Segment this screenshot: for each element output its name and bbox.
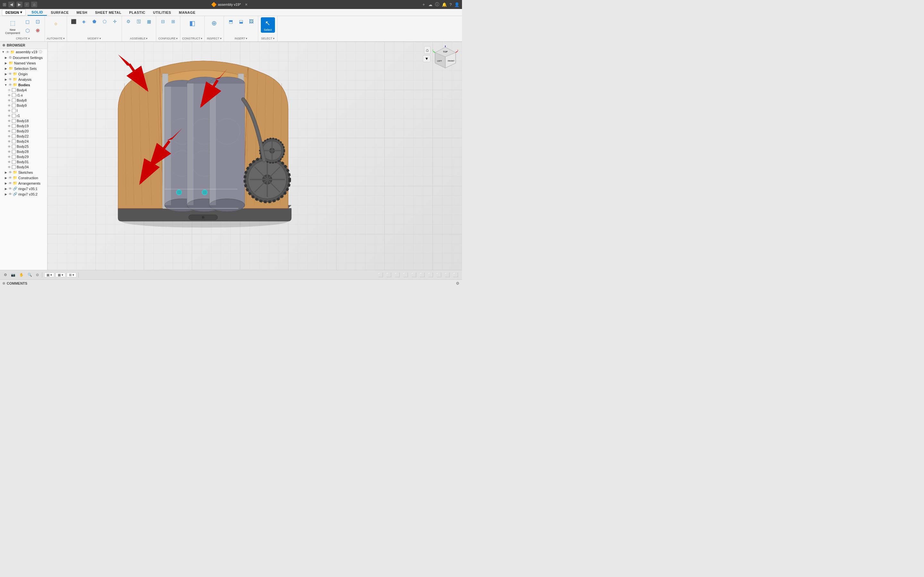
create-tool-3[interactable]: ⊡ — [33, 17, 43, 26]
user-icon[interactable]: 👤 — [454, 2, 459, 7]
tool-10-icon[interactable]: ⬜ — [452, 272, 459, 278]
tree-item-body20[interactable]: 👁 Body20 — [0, 129, 47, 134]
tool-5-icon[interactable]: ⬜ — [410, 272, 418, 278]
tool-2-icon[interactable]: ⬜ — [385, 272, 393, 278]
create-tool-4[interactable]: ❋ — [33, 26, 43, 35]
tool-7-icon[interactable]: ⬜ — [427, 272, 435, 278]
eye-icon-body29[interactable]: 👁 — [8, 155, 11, 159]
construct-button[interactable]: ◧ — [186, 17, 199, 29]
zoom-icon[interactable]: 🔍 — [26, 272, 33, 277]
viewport[interactable]: TOP FRONT LEFT Z X Y ⌂ ▼ — [47, 42, 462, 270]
eye-icon-body8[interactable]: 👁 — [8, 99, 11, 102]
modify-label[interactable]: MODIFY ▾ — [87, 37, 101, 40]
eye-icon-body9[interactable]: 👁 — [8, 104, 11, 107]
modify-tool-2[interactable]: ◈ — [79, 17, 89, 26]
configure-tool-2[interactable]: ⊞ — [168, 17, 178, 26]
tree-item-l[interactable]: 👁 l — [0, 108, 47, 113]
tree-item-body34[interactable]: 👁 Body34 — [0, 164, 47, 169]
select-button[interactable]: ↖ Select — [261, 17, 275, 33]
tree-item-body4[interactable]: 👁 Body4 — [0, 87, 47, 93]
inspect-label[interactable]: INSPECT ▾ — [207, 37, 222, 40]
add-tab-icon[interactable]: ＋ — [422, 2, 426, 7]
view-settings-button[interactable]: ▼ — [423, 55, 431, 62]
eye-icon-construction[interactable]: 👁 — [9, 176, 12, 179]
tree-item-doc-settings[interactable]: ▶ ⚙ Document Settings — [0, 55, 47, 60]
eye-icon-sketches[interactable]: 👁 — [9, 171, 12, 174]
home-view-button[interactable]: ⌂ — [424, 46, 431, 54]
eye-icon-body34[interactable]: 👁 — [8, 165, 11, 169]
eye-icon-ringv7-2[interactable]: 👁 — [9, 192, 12, 196]
comments-settings-icon[interactable]: ⚙ — [456, 281, 459, 285]
tab-mesh[interactable]: MESH — [73, 9, 91, 16]
tree-item-ringv7-2[interactable]: ▶ 👁 🔗 ringv7 v35:2 — [0, 191, 47, 197]
create-tool-2[interactable]: ⬡ — [23, 26, 32, 35]
modify-tool-4[interactable]: ⬠ — [100, 17, 110, 26]
info-icon-root[interactable]: ⓘ — [39, 50, 42, 54]
help-icon[interactable]: ? — [449, 2, 452, 7]
info-icon[interactable]: ⓘ — [435, 2, 439, 7]
eye-icon-body20[interactable]: 👁 — [8, 129, 11, 133]
eye-icon-body24[interactable]: 👁 — [8, 140, 11, 143]
design-button[interactable]: DESIGN ▾ — [2, 9, 26, 16]
tool-9-icon[interactable]: ⬜ — [443, 272, 451, 278]
tree-item-body22[interactable]: 👁 Body22 — [0, 134, 47, 139]
tree-item-body24[interactable]: 👁 Body24 — [0, 139, 47, 144]
nav-back-button[interactable]: ◀ — [8, 2, 15, 7]
grid-icon[interactable]: ⊞ — [3, 2, 6, 7]
insert-tool-1[interactable]: ⬒ — [226, 17, 236, 26]
eye-icon-body22[interactable]: 👁 — [8, 135, 11, 138]
tree-item-r1[interactable]: 👁 r1 — [0, 113, 47, 118]
tree-item-body31[interactable]: 👁 Body31 — [0, 159, 47, 164]
assemble-tool-3[interactable]: ▦ — [144, 17, 154, 26]
inspect-button[interactable]: ⊕ — [208, 17, 221, 29]
tree-item-bodies[interactable]: ▼ 👁 📁 Bodies — [0, 82, 47, 87]
tab-solid[interactable]: SOLID — [27, 9, 47, 16]
tree-item-body8[interactable]: 👁 Body8 — [0, 98, 47, 103]
insert-tool-3[interactable]: 🖼 — [246, 17, 256, 26]
bell-icon[interactable]: 🔔 — [442, 2, 447, 7]
tree-item-body25[interactable]: 👁 Body25 — [0, 144, 47, 149]
tree-item-origin[interactable]: ▶ 👁 📁 Origin — [0, 71, 47, 77]
assemble-tool-1[interactable]: ⚙ — [124, 17, 134, 26]
home-button[interactable]: ⌂ — [31, 2, 37, 7]
visual-style-button[interactable]: ▦ ▾ — [55, 272, 65, 277]
tree-item-body29[interactable]: 👁 Body29 — [0, 154, 47, 159]
automate-label[interactable]: AUTOMATE ▾ — [47, 37, 65, 40]
tab-surface[interactable]: SURFACE — [47, 9, 73, 16]
tool-8-icon[interactable]: ⬜ — [435, 272, 443, 278]
tab-utilities[interactable]: UTILITIES — [149, 9, 175, 16]
tree-item-sketches[interactable]: ▶ 👁 📁 Sketches — [0, 169, 47, 175]
eye-icon-bodies[interactable]: 👁 — [9, 83, 12, 87]
tree-item-body18[interactable]: 👁 Body18 — [0, 118, 47, 123]
nav-forward-button[interactable]: ▶ — [16, 2, 23, 7]
tree-item-ringv7-1[interactable]: ▶ 👁 🔗 ringv7 v35:1 — [0, 186, 47, 191]
modify-tool-3[interactable]: ⬟ — [89, 17, 99, 26]
tab-manage[interactable]: MANAGE — [175, 9, 199, 16]
assemble-tool-2[interactable]: ⚿ — [134, 17, 144, 26]
close-icon[interactable]: ✕ — [245, 3, 248, 7]
tree-item-construction[interactable]: ▶ 👁 📁 Construction — [0, 175, 47, 181]
configure-tool-1[interactable]: ⊟ — [158, 17, 168, 26]
eye-icon-body28[interactable]: 👁 — [8, 150, 11, 153]
modify-tool-1[interactable]: ⬛ — [69, 17, 79, 26]
tree-item-body28[interactable]: 👁 Body28 — [0, 149, 47, 154]
cloud-icon[interactable]: ☁ — [428, 2, 433, 7]
create-tool-1[interactable]: ◻ — [23, 17, 32, 26]
eye-icon-body19[interactable]: 👁 — [8, 124, 11, 128]
tree-item-body9[interactable]: 👁 Body9 — [0, 103, 47, 108]
tab-plastic[interactable]: PLASTIC — [125, 9, 149, 16]
new-component-button[interactable]: ⬚ NewComponent — [3, 17, 22, 36]
pan-icon[interactable]: ✋ — [18, 272, 25, 277]
configure-label[interactable]: CONFIGURE ▾ — [158, 37, 178, 40]
insert-tool-2[interactable]: ⬓ — [236, 17, 246, 26]
tree-item-analysis[interactable]: ▶ 👁 📁 Analysis — [0, 77, 47, 82]
eye-icon-r1x[interactable]: 👁 — [8, 93, 11, 97]
automate-button[interactable]: ⬦ — [49, 17, 62, 29]
eye-icon-l[interactable]: 👁 — [8, 109, 11, 113]
eye-icon-arrangements[interactable]: 👁 — [9, 181, 12, 185]
tree-item-r1x[interactable]: 👁 r1-x — [0, 93, 47, 98]
tree-item-arrangements[interactable]: ▶ 👁 📁 Arrangements — [0, 181, 47, 186]
eye-icon-body25[interactable]: 👁 — [8, 145, 11, 148]
tool-6-icon[interactable]: ⬜ — [418, 272, 426, 278]
grid-options-button[interactable]: ⊞ ▾ — [67, 272, 76, 277]
